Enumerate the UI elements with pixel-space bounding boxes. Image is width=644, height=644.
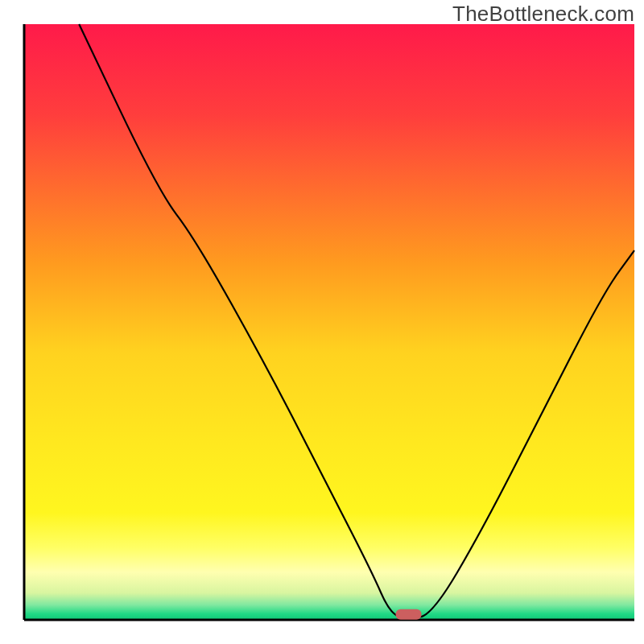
chart-svg: [0, 0, 644, 644]
optimal-marker: [396, 609, 422, 620]
watermark-text: TheBottleneck.com: [452, 2, 634, 27]
bottleneck-chart: TheBottleneck.com: [0, 0, 644, 644]
plot-background: [24, 24, 634, 620]
